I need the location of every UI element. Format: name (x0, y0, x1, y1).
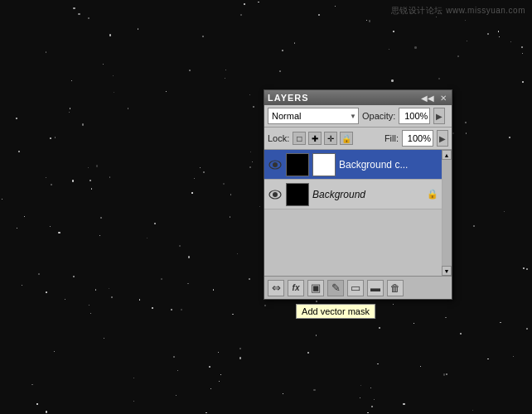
delete-layer-button[interactable]: 🗑 (387, 280, 404, 296)
layer-mask-thumbnail (312, 153, 336, 176)
lock-all-button[interactable]: 🔒 (340, 132, 353, 145)
lock-transparent-button[interactable]: □ (293, 132, 306, 145)
layer-name: Background c... (339, 159, 438, 171)
new-fill-layer-button[interactable]: ▣ (307, 280, 324, 296)
svg-point-3 (273, 192, 278, 197)
new-layer-button[interactable]: ▬ (367, 280, 384, 296)
layer-visibility-toggle[interactable] (268, 187, 283, 202)
effects-button[interactable]: fx (288, 280, 304, 296)
scroll-track (443, 160, 451, 266)
panel-close-button[interactable]: ✕ (438, 94, 448, 103)
fill-arrow-button[interactable]: ▶ (437, 130, 448, 147)
watermark: 思锐设计论坛 www.missyuan.com (391, 5, 525, 17)
layers-content: Background c... Background 🔒 (264, 150, 442, 276)
layers-panel: LAYERS ◀◀ ✕ Normal Opacity: ▶ Lock: □ ✚ … (264, 89, 452, 300)
layer-lock-icon: 🔒 (427, 189, 438, 200)
lock-icons-group: □ ✚ ✛ 🔒 (293, 132, 353, 145)
lock-image-button[interactable]: ✚ (308, 132, 322, 145)
layer-thumbnail (286, 153, 309, 176)
panel-collapse-button[interactable]: ◀◀ (419, 94, 436, 103)
layer-row[interactable]: Background 🔒 (264, 180, 442, 209)
layer-name: Background (312, 189, 423, 200)
scroll-up-button[interactable]: ▲ (442, 150, 452, 160)
blend-mode-select[interactable]: Normal (268, 108, 359, 124)
opacity-label: Opacity: (362, 111, 395, 121)
layers-list: Background c... Background 🔒 (264, 150, 442, 276)
opacity-input[interactable] (399, 108, 430, 124)
scroll-down-button[interactable]: ▼ (442, 266, 452, 276)
lock-label: Lock: (268, 133, 289, 143)
opacity-arrow-button[interactable]: ▶ (433, 108, 445, 124)
lock-position-button[interactable]: ✛ (324, 132, 337, 145)
panel-scrollbar: ▲ ▼ (442, 150, 452, 276)
panel-toolbar: ⇔ fx ▣ ✎ Add vector mask ▭ ▬ 🗑 (264, 276, 452, 299)
layer-thumbnail (286, 183, 309, 206)
panel-title: LAYERS (268, 93, 309, 103)
lock-fill-row: Lock: □ ✚ ✛ 🔒 Fill: ▶ (264, 128, 452, 150)
layer-visibility-toggle[interactable] (268, 157, 283, 172)
blend-opacity-row: Normal Opacity: ▶ (264, 105, 452, 128)
panel-controls: ◀◀ ✕ (419, 94, 448, 103)
new-group-button[interactable]: ▭ (347, 280, 364, 296)
blend-mode-wrapper: Normal (268, 108, 359, 124)
fill-label: Fill: (384, 133, 399, 143)
panel-titlebar: LAYERS ◀◀ ✕ (264, 90, 452, 105)
fill-input[interactable] (402, 130, 433, 147)
layers-list-wrapper: Background c... Background 🔒 (264, 150, 452, 276)
layer-row[interactable]: Background c... (264, 150, 442, 180)
add-mask-button[interactable]: ✎ Add vector mask (327, 280, 344, 296)
layers-empty-area (264, 209, 442, 276)
svg-point-1 (273, 162, 278, 167)
link-layers-button[interactable]: ⇔ (268, 280, 284, 296)
